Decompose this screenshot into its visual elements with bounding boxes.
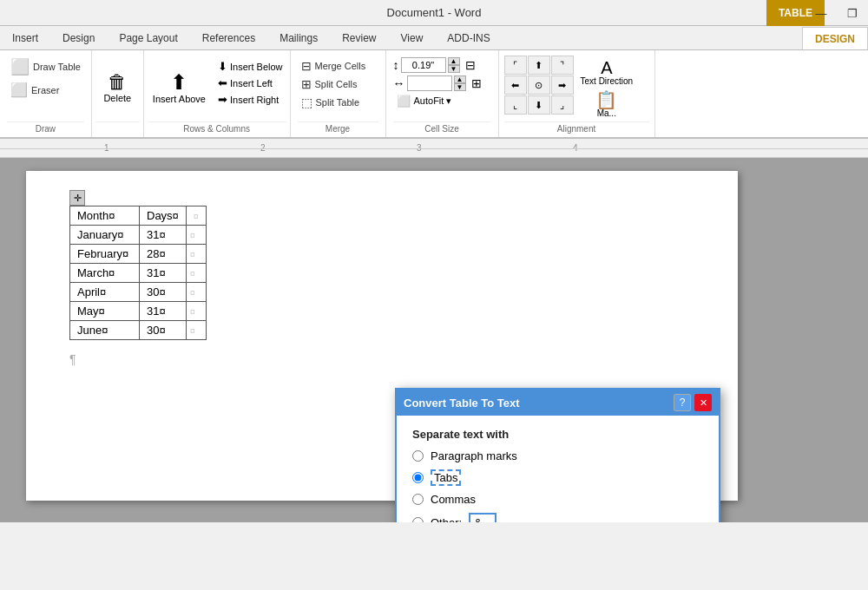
autofit-btn[interactable]: ⬜ AutoFit ▾ <box>393 94 491 108</box>
split-table-icon: ⬚ <box>301 95 312 109</box>
option-other-radio[interactable] <box>412 517 424 523</box>
insert-left-icon: ⬅ <box>218 76 227 89</box>
option-commas-label[interactable]: Commas <box>431 493 476 506</box>
insert-below-btn[interactable]: ⬇ Insert Below <box>214 59 286 74</box>
option-paragraph-row: Paragraph marks <box>412 449 703 462</box>
word-table: Month¤ Days¤ ¤ January¤ 31¤ ¤ February¤ … <box>69 206 207 340</box>
option-tabs-label[interactable]: Tabs <box>431 469 461 486</box>
ribbon-group-cell-size: ↕ ▲ ▼ ⊟ ↔ ▲ ▼ ⊞ ⬜ AutoFit ▾ <box>386 50 499 137</box>
app-title: Document1 - Word <box>387 6 482 19</box>
dialog-body: Separate text with Paragraph marks Tabs … <box>397 416 719 522</box>
tab-insert[interactable]: Insert <box>0 27 50 49</box>
cell-width-spinner[interactable]: ▲ ▼ <box>454 75 466 91</box>
dialog-help-btn[interactable]: ? <box>674 394 691 411</box>
align-bot-right-btn[interactable]: ⌟ <box>551 95 574 115</box>
tab-table-design[interactable]: DESIGN <box>802 27 868 49</box>
text-direction-btn[interactable]: A Text Direction <box>577 57 637 88</box>
option-paragraph-label[interactable]: Paragraph marks <box>431 449 517 462</box>
option-other-label[interactable]: Other: <box>431 516 462 523</box>
tab-review[interactable]: Review <box>330 27 388 49</box>
rows-cols-label: Rows & Columns <box>148 121 286 134</box>
margins-btn[interactable]: 📋 Ma... <box>577 89 637 120</box>
restore-btn[interactable]: ❐ <box>837 0 868 26</box>
option-other-row: Other: <box>412 513 703 522</box>
option-tabs-row: Tabs <box>412 469 703 486</box>
split-table-btn[interactable]: ⬚ Split Table <box>298 94 378 111</box>
align-mid-center-btn[interactable]: ⊙ <box>528 75 550 95</box>
option-tabs-radio[interactable] <box>412 472 424 483</box>
tab-mailings[interactable]: Mailings <box>267 27 330 49</box>
split-cells-icon: ⊞ <box>301 77 312 91</box>
tab-page-layout[interactable]: Page Layout <box>107 27 189 49</box>
table-row: February¤ 28¤ ¤ <box>70 245 207 264</box>
dialog-title: Convert Table To Text <box>404 397 520 410</box>
merge-cells-btn[interactable]: ⊟ Merge Cells <box>298 57 378 75</box>
align-top-left-btn[interactable]: ⌜ <box>504 56 527 75</box>
insert-right-btn[interactable]: ➡ Insert Right <box>214 92 286 107</box>
table-row: January¤ 31¤ ¤ <box>70 226 207 245</box>
pilcrow: ¶ <box>69 352 694 366</box>
tab-references[interactable]: References <box>190 27 267 49</box>
draw-table-btn[interactable]: ⬜ Draw Table <box>7 56 84 78</box>
minimize-btn[interactable]: — <box>806 0 837 26</box>
table-row: Month¤ Days¤ ¤ <box>70 206 207 226</box>
cell-width-icon: ↔ <box>393 76 405 90</box>
ribbon-group-rows-cols: ⬆ Insert Above ⬇ Insert Below ⬅ Insert L… <box>144 50 291 137</box>
ribbon-group-delete-insert: 🗑 Delete <box>92 50 144 137</box>
table-row: March¤ 31¤ ¤ <box>70 264 207 283</box>
align-mid-right-btn[interactable]: ➡ <box>551 75 574 95</box>
insert-left-btn[interactable]: ⬅ Insert Left <box>214 75 286 90</box>
option-commas-row: Commas <box>412 493 703 506</box>
eraser-icon: ⬜ <box>10 82 28 98</box>
ribbon-group-merge: ⊟ Merge Cells ⊞ Split Cells ⬚ Split Tabl… <box>291 50 386 137</box>
align-top-right-btn[interactable]: ⌝ <box>551 56 574 75</box>
title-controls: — ❐ <box>806 0 868 26</box>
text-direction-icon: A <box>601 59 612 76</box>
dialog-close-btn[interactable]: ✕ <box>694 394 712 411</box>
align-bot-center-btn[interactable]: ⬇ <box>528 95 550 115</box>
delete-btn[interactable]: 🗑 Delete <box>98 70 136 105</box>
option-commas-radio[interactable] <box>412 494 424 505</box>
delete-group-label-spacer <box>95 121 140 134</box>
align-bot-left-btn[interactable]: ⌞ <box>504 95 527 115</box>
ruler: 1 2 3 4 <box>0 139 868 158</box>
distribute-rows-icon: ⊟ <box>465 58 476 72</box>
option-paragraph-radio[interactable] <box>412 450 424 462</box>
margins-icon: 📋 <box>595 91 617 108</box>
split-cells-btn[interactable]: ⊞ Split Cells <box>298 75 378 93</box>
dialog-section-label: Separate text with <box>412 428 703 441</box>
draw-table-icon: ⬜ <box>10 57 30 76</box>
merge-cells-icon: ⊟ <box>301 59 312 73</box>
align-mid-left-btn[interactable]: ⬅ <box>504 75 527 95</box>
table-row: May¤ 31¤ ¤ <box>70 302 207 321</box>
insert-below-icon: ⬇ <box>218 60 227 73</box>
cell-height-input[interactable] <box>401 57 446 73</box>
eraser-btn[interactable]: ⬜ Eraser <box>7 80 84 100</box>
delete-icon: 🗑 <box>108 72 127 93</box>
merge-label: Merge <box>298 121 378 134</box>
insert-above-icon: ⬆ <box>170 71 187 94</box>
ribbon-group-draw: ⬜ Draw Table ⬜ Eraser Draw <box>0 50 92 137</box>
table-move-handle[interactable]: ✛ <box>69 190 85 206</box>
dialog: Convert Table To Text ? ✕ Separate text … <box>395 388 720 522</box>
tab-view[interactable]: View <box>389 27 436 49</box>
option-other-input[interactable] <box>469 513 496 522</box>
alignment-label: Alignment <box>504 121 649 134</box>
cell-size-label: Cell Size <box>393 121 491 134</box>
tab-design[interactable]: Design <box>50 27 107 49</box>
table-row: June¤ 30¤ ¤ <box>70 321 207 340</box>
insert-above-btn[interactable]: ⬆ Insert Above <box>148 69 211 106</box>
distribute-cols-icon: ⊞ <box>471 76 482 90</box>
draw-group-label: Draw <box>7 121 84 134</box>
cell-width-input[interactable] <box>407 75 452 91</box>
align-top-center-btn[interactable]: ⬆ <box>528 56 550 75</box>
cell-height-icon: ↕ <box>393 58 399 72</box>
ribbon-group-alignment: ⌜ ⬆ ⌝ ⬅ ⊙ ➡ ⌞ ⬇ ⌟ A Text Direction 📋 Ma.… <box>499 50 655 137</box>
autofit-icon: ⬜ <box>397 95 411 108</box>
cell-height-spinner[interactable]: ▲ ▼ <box>448 57 460 73</box>
dialog-titlebar: Convert Table To Text ? ✕ <box>397 390 719 416</box>
tab-addins[interactable]: ADD-INS <box>435 27 502 49</box>
insert-right-icon: ➡ <box>218 93 227 106</box>
document-area: ✛ Month¤ Days¤ ¤ January¤ 31¤ ¤ February… <box>0 158 868 522</box>
table-row: April¤ 30¤ ¤ <box>70 283 207 302</box>
